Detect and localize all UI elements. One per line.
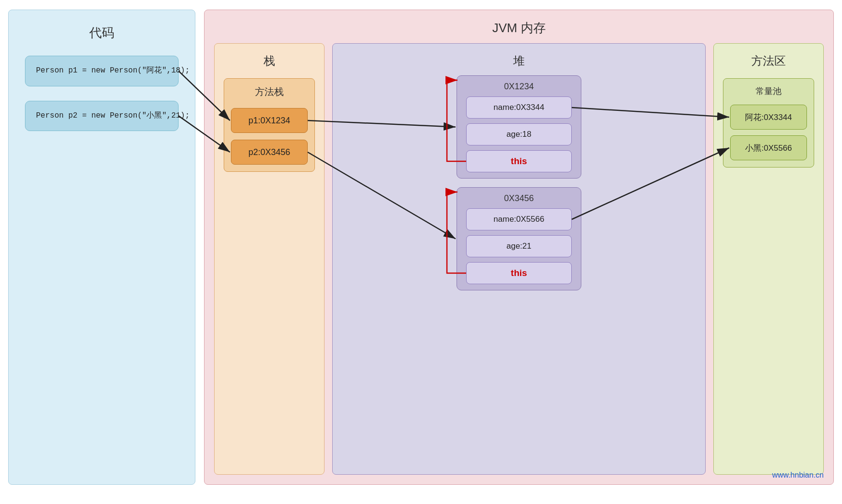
jvm-section: JVM 内存 栈 方法栈 p1:0X1234 p2:0X3456 堆 0X123…: [204, 10, 834, 485]
watermark: www.hnbian.cn: [772, 471, 824, 480]
heap-field-age2: age:21: [466, 235, 572, 257]
stack-item-p1: p1:0X1234: [231, 108, 308, 133]
heap-field-this2: this: [466, 262, 572, 284]
jvm-inner: 栈 方法栈 p1:0X1234 p2:0X3456 堆 0X1234 name:…: [214, 43, 824, 475]
heap-field-age1: age:18: [466, 123, 572, 145]
heap-field-name1: name:0X3344: [466, 96, 572, 119]
constant-pool-box: 常量池 阿花:0X3344 小黑:0X5566: [723, 78, 814, 168]
heap-addr-1: 0X1234: [504, 82, 534, 92]
method-area-section: 方法区 常量池 阿花:0X3344 小黑:0X5566: [713, 43, 824, 475]
heap-field-this1: this: [466, 150, 572, 172]
main-container: 代码 Person p1 = new Person("阿花",18); Pers…: [8, 10, 834, 485]
code-box-1: Person p1 = new Person("阿花",18);: [25, 56, 179, 86]
constant-item-1: 阿花:0X3344: [730, 105, 807, 130]
stack-item-p2: p2:0X3456: [231, 140, 308, 165]
code-title: 代码: [89, 24, 114, 41]
method-stack-title: 方法栈: [255, 85, 284, 98]
code-line-1: Person p1 = new Person("阿花",18);: [36, 65, 168, 77]
stack-section: 栈 方法栈 p1:0X1234 p2:0X3456: [214, 43, 325, 475]
constant-pool-title: 常量池: [756, 85, 782, 97]
heap-title: 堆: [513, 53, 525, 69]
stack-title: 栈: [264, 53, 275, 69]
heap-section: 堆 0X1234 name:0X3344 age:18 this 0X3456 …: [332, 43, 706, 475]
jvm-title: JVM 内存: [214, 20, 824, 36]
code-section: 代码 Person p1 = new Person("阿花",18); Pers…: [8, 10, 195, 485]
code-box-2: Person p2 = new Person("小黑",21);: [25, 101, 179, 132]
method-area-title: 方法区: [751, 53, 786, 69]
method-stack-box: 方法栈 p1:0X1234 p2:0X3456: [224, 78, 315, 172]
code-line-2: Person p2 = new Person("小黑",21);: [36, 110, 168, 122]
heap-object-2: 0X3456 name:0X5566 age:21 this: [457, 187, 581, 290]
heap-addr-2: 0X3456: [504, 193, 534, 204]
constant-item-2: 小黑:0X5566: [730, 135, 807, 160]
heap-object-1: 0X1234 name:0X3344 age:18 this: [457, 75, 581, 179]
heap-objects: 0X1234 name:0X3344 age:18 this 0X3456 na…: [339, 75, 698, 290]
heap-field-name2: name:0X5566: [466, 208, 572, 230]
